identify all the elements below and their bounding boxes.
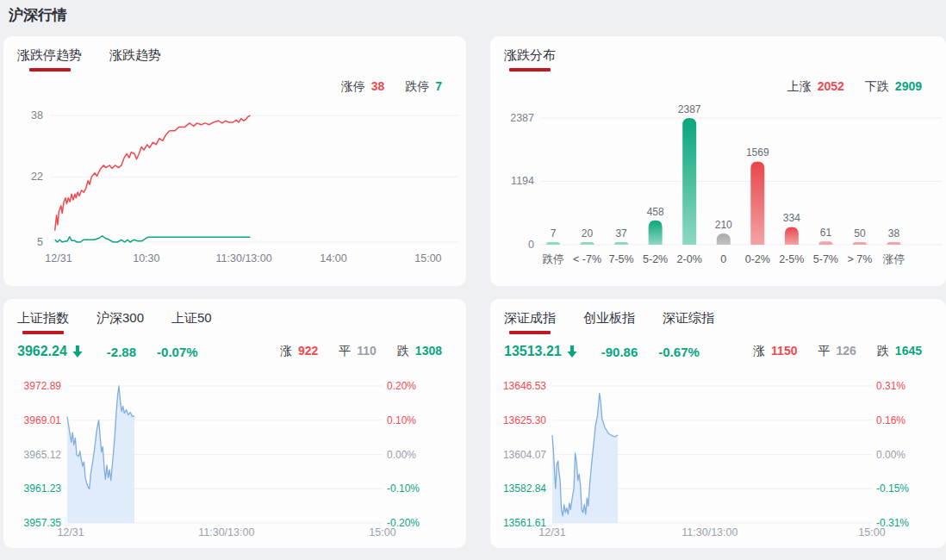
- decliners-value: 2909: [895, 79, 922, 93]
- svg-text:> 7%: > 7%: [848, 253, 873, 265]
- svg-text:2387: 2387: [510, 112, 534, 124]
- szse-flat-stat: 平126: [818, 344, 856, 359]
- limit-trend-line-chart: 3822512/3110:3011:30/13:0014:0015:00: [3, 96, 466, 279]
- sse-index-pct: -0.07%: [157, 345, 198, 359]
- szse-index-change: -90.86: [601, 345, 638, 359]
- szse-quote: 13513.21 -90.86 -0.67%: [504, 344, 700, 359]
- limit-up-stat: 涨停38: [341, 79, 385, 95]
- sse-index-change: -2.88: [107, 345, 136, 359]
- distribution-bar-chart: 2387119407跌停20< -7%377-5%4585-2%23872-0%…: [490, 96, 946, 279]
- decliners-label: 下跌: [865, 79, 889, 93]
- svg-text:334: 334: [783, 212, 800, 224]
- shanghai-index-tabs: 上证指数 沪深300 上证50: [17, 310, 212, 334]
- szse-flat-value: 126: [836, 344, 856, 358]
- svg-text:15:00: 15:00: [369, 526, 395, 538]
- svg-text:13604.07: 13604.07: [503, 449, 546, 461]
- decliners-stat: 下跌2909: [865, 79, 922, 95]
- svg-text:10:30: 10:30: [133, 252, 159, 264]
- limit-stats: 涨停38 跌停7: [341, 79, 442, 95]
- svg-text:22: 22: [31, 171, 43, 183]
- tab-szse-composite[interactable]: 深证综指: [663, 310, 714, 334]
- panel-limit-updown-trend: 涨跌停趋势 涨跌趋势 涨停38 跌停7 3822512/3110:3011:30…: [3, 36, 466, 286]
- svg-text:3961.23: 3961.23: [24, 482, 62, 495]
- svg-text:12/31: 12/31: [57, 526, 84, 538]
- sse-flat-value: 110: [357, 344, 377, 358]
- svg-text:13625.30: 13625.30: [503, 414, 546, 426]
- distribution-tabs: 涨跌分布: [504, 47, 556, 72]
- svg-text:210: 210: [715, 219, 732, 231]
- svg-text:< -7%: < -7%: [573, 253, 601, 265]
- svg-text:2-0%: 2-0%: [677, 253, 702, 265]
- shenzhen-index-tabs: 深证成指 创业板指 深证综指: [504, 310, 714, 334]
- tab-szse-component[interactable]: 深证成指: [504, 310, 556, 334]
- svg-text:11:30/13:00: 11:30/13:00: [216, 252, 272, 264]
- tab-sse50[interactable]: 上证50: [171, 310, 212, 334]
- svg-text:0.16%: 0.16%: [876, 414, 906, 426]
- svg-text:-0.10%: -0.10%: [387, 482, 420, 495]
- sse-breadth-stats: 涨922 平110 跌1308: [280, 344, 442, 359]
- svg-text:13646.53: 13646.53: [503, 380, 546, 392]
- limit-up-label: 涨停: [341, 79, 365, 93]
- svg-text:0-2%: 0-2%: [745, 253, 770, 265]
- tab-updown-distribution[interactable]: 涨跌分布: [504, 47, 556, 72]
- svg-text:7: 7: [551, 227, 557, 240]
- limit-trend-tabs: 涨跌停趋势 涨跌趋势: [17, 47, 161, 72]
- szse-index-value: 13513.21: [504, 344, 562, 359]
- svg-text:2387: 2387: [678, 103, 701, 115]
- svg-text:0: 0: [528, 239, 534, 251]
- sse-quote-row: 3962.24 -2.88 -0.07% 涨922 平110 跌1308: [17, 344, 442, 359]
- svg-text:15:00: 15:00: [858, 526, 885, 538]
- down-arrow-icon: [567, 345, 577, 358]
- sse-down-stat: 跌1308: [397, 344, 442, 359]
- sse-index-value: 3962.24: [17, 344, 67, 359]
- szse-down-label: 跌: [877, 344, 889, 358]
- svg-text:1569: 1569: [746, 146, 769, 159]
- svg-text:0.20%: 0.20%: [387, 380, 416, 392]
- svg-text:50: 50: [854, 227, 866, 240]
- svg-text:3972.89: 3972.89: [24, 380, 62, 392]
- limit-down-value: 7: [435, 79, 442, 93]
- svg-text:3957.35: 3957.35: [24, 517, 62, 529]
- svg-text:跌停: 跌停: [543, 253, 564, 265]
- limit-up-value: 38: [371, 79, 385, 93]
- sse-up-label: 涨: [280, 344, 292, 358]
- svg-text:11:30/13:00: 11:30/13:00: [681, 526, 738, 538]
- tab-limit-updown-trend[interactable]: 涨跌停趋势: [17, 47, 82, 72]
- szse-intraday-area-chart: 13646.530.31%13625.300.16%13604.070.00%1…: [490, 379, 946, 548]
- advancers-value: 2052: [818, 79, 844, 93]
- limit-down-label: 跌停: [405, 79, 429, 93]
- svg-text:61: 61: [820, 227, 832, 239]
- szse-down-value: 1645: [895, 344, 922, 358]
- tab-chinext[interactable]: 创业板指: [583, 310, 635, 334]
- svg-text:7-5%: 7-5%: [609, 253, 634, 265]
- svg-text:0.00%: 0.00%: [387, 449, 416, 461]
- limit-down-stat: 跌停7: [405, 79, 442, 95]
- down-arrow-icon: [72, 345, 83, 358]
- svg-text:5-7%: 5-7%: [813, 253, 838, 265]
- sse-up-value: 922: [298, 344, 318, 358]
- tab-updown-trend[interactable]: 涨跌趋势: [109, 47, 161, 72]
- szse-down-stat: 跌1645: [877, 344, 922, 359]
- page-title: 沪深行情: [9, 5, 67, 25]
- sse-quote: 3962.24 -2.88 -0.07%: [17, 344, 198, 359]
- svg-text:0.10%: 0.10%: [387, 414, 416, 426]
- tab-csi300[interactable]: 沪深300: [96, 310, 144, 334]
- szse-quote-row: 13513.21 -90.86 -0.67% 涨1150 平126 跌1645: [504, 344, 922, 359]
- svg-text:12/31: 12/31: [45, 252, 72, 264]
- svg-text:38: 38: [888, 227, 900, 240]
- svg-text:37: 37: [615, 227, 627, 240]
- svg-text:涨停: 涨停: [882, 253, 905, 265]
- sse-down-label: 跌: [397, 344, 409, 358]
- svg-text:0.00%: 0.00%: [876, 449, 906, 461]
- sse-up-stat: 涨922: [280, 344, 318, 359]
- svg-text:0.31%: 0.31%: [876, 380, 906, 392]
- svg-text:1194: 1194: [511, 175, 534, 187]
- svg-text:12/31: 12/31: [538, 526, 565, 538]
- advancers-stat: 上涨2052: [787, 79, 844, 95]
- svg-text:0: 0: [720, 253, 726, 265]
- svg-text:38: 38: [31, 109, 43, 121]
- svg-text:20: 20: [582, 227, 594, 240]
- szse-up-stat: 涨1150: [753, 344, 797, 359]
- tab-sse-index[interactable]: 上证指数: [17, 310, 69, 334]
- sse-down-value: 1308: [415, 344, 442, 358]
